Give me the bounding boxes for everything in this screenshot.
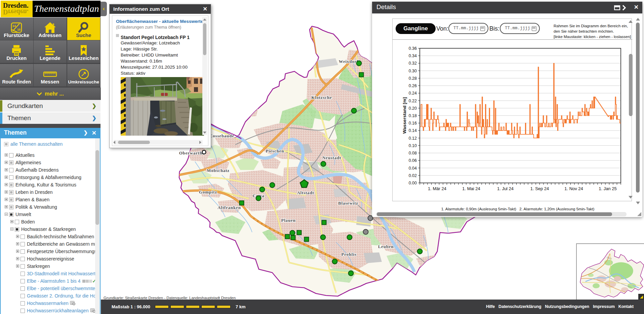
svg-text:Neustadt: Neustadt [322, 155, 341, 160]
svg-text:Cossebaude: Cossebaude [209, 133, 234, 138]
svg-text:0.10: 0.10 [409, 143, 417, 148]
svg-text:Prohlis: Prohlis [341, 252, 356, 257]
svg-text:1. Mär 24: 1. Mär 24 [428, 186, 446, 191]
svg-text:0.02: 0.02 [409, 173, 417, 178]
svg-text:Plauen: Plauen [281, 218, 295, 223]
svg-text:Oberwartha: Oberwartha [179, 150, 205, 155]
svg-text:Pieschen: Pieschen [266, 148, 284, 153]
svg-text:0.22: 0.22 [409, 99, 417, 103]
svg-text:0.30: 0.30 [409, 69, 417, 73]
svg-text:0.06: 0.06 [409, 158, 417, 163]
svg-text:0.36: 0.36 [409, 46, 417, 51]
svg-text:Weixdorf: Weixdorf [339, 59, 358, 64]
svg-text:Altfranken: Altfranken [217, 205, 241, 210]
svg-text:0.34: 0.34 [409, 54, 417, 58]
svg-text:1. Mai 24: 1. Mai 24 [462, 186, 480, 191]
svg-text:0.20: 0.20 [409, 106, 417, 111]
svg-text:0.28: 0.28 [409, 76, 417, 81]
svg-text:1. Jan 25: 1. Jan 25 [599, 186, 617, 191]
svg-text:0.24: 0.24 [409, 91, 417, 96]
svg-text:Blasewitz: Blasewitz [338, 201, 358, 206]
svg-text:0.26: 0.26 [409, 83, 417, 88]
svg-text:0.32: 0.32 [409, 61, 417, 66]
svg-text:0.08: 0.08 [409, 151, 417, 155]
svg-text:0.14: 0.14 [409, 128, 417, 133]
svg-text:1. Nov 24: 1. Nov 24 [564, 186, 583, 191]
svg-text:Gompitz: Gompitz [199, 189, 217, 195]
svg-text:Klotzsche: Klotzsche [311, 95, 332, 100]
svg-text:0.16: 0.16 [409, 121, 417, 126]
svg-text:1. Sep 24: 1. Sep 24 [530, 186, 549, 191]
svg-text:0.12: 0.12 [409, 136, 417, 141]
svg-text:Wasserstand [m]: Wasserstand [m] [402, 97, 407, 134]
svg-text:Leuben: Leuben [378, 244, 394, 249]
svg-text:0.04: 0.04 [409, 166, 417, 171]
svg-text:1. Jul 24: 1. Jul 24 [497, 186, 514, 191]
svg-text:Mobschatz: Mobschatz [207, 168, 230, 173]
svg-text:0.18: 0.18 [409, 113, 417, 118]
svg-text:0.00: 0.00 [409, 181, 417, 185]
svg-text:15: 15 [17, 28, 21, 31]
svg-text:Altstadt: Altstadt [297, 190, 314, 195]
svg-text:14: 14 [12, 24, 16, 28]
